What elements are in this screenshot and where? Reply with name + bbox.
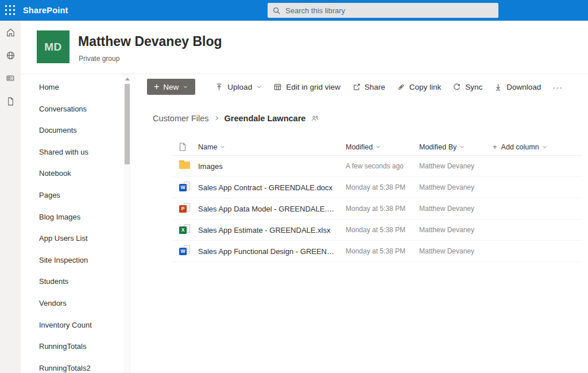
site-nav-sidebar: HomeConversationsDocumentsShared with us…	[21, 74, 132, 373]
modified-by-value: Matthew Devaney	[419, 247, 493, 255]
sync-button[interactable]: Sync	[447, 79, 488, 95]
globe-icon[interactable]	[0, 44, 21, 67]
site-logo[interactable]: MD	[37, 30, 69, 63]
modified-value: Monday at 5:38 PM	[346, 226, 419, 234]
new-button[interactable]: + New	[147, 79, 195, 95]
edit-grid-view-button[interactable]: Edit in grid view	[268, 79, 346, 95]
news-icon[interactable]	[0, 67, 21, 90]
modified-value: A few seconds ago	[346, 162, 419, 170]
site-privacy-label: Private group	[79, 55, 119, 63]
sidebar-item-notebook[interactable]: Notebook	[21, 163, 132, 184]
link-icon	[397, 83, 405, 91]
sidebar-item-vendors[interactable]: Vendors	[21, 293, 132, 314]
search-input[interactable]	[285, 6, 494, 15]
share-button[interactable]: Share	[346, 79, 391, 95]
modified-value: Monday at 5:38 PM	[346, 205, 419, 213]
sidebar-item-inventory-count[interactable]: Inventory Count	[21, 314, 132, 336]
sidebar-item-site-inspection[interactable]: Site Inspection	[21, 249, 132, 271]
site-header: MD Matthew Devaney Blog Private group	[21, 21, 588, 74]
file-name[interactable]: Images	[198, 162, 346, 171]
table-row[interactable]: WSales App Contract - GREENDALE.docxMond…	[172, 177, 582, 198]
app-title[interactable]: SharePoint	[23, 0, 68, 21]
chevron-down-icon	[256, 83, 262, 91]
scroll-up-arrow-icon[interactable]	[123, 75, 131, 82]
scrollbar-thumb[interactable]	[125, 84, 130, 164]
modified-by-value: Matthew Devaney	[419, 162, 493, 170]
document-icon[interactable]	[0, 90, 21, 113]
chevron-down-icon	[376, 143, 381, 151]
site-title[interactable]: Matthew Devaney Blog	[78, 34, 222, 49]
table-row[interactable]: XSales App Estimate - GREENDALE.xlsxMond…	[172, 220, 582, 241]
table-row[interactable]: WSales App Functional Design - GREENDALE…	[172, 241, 582, 262]
table-body: ImagesA few seconds agoMatthew DevaneyWS…	[172, 156, 582, 262]
sidebar-item-runningtotals2[interactable]: RunningTotals2	[21, 357, 132, 373]
search-icon	[272, 6, 281, 15]
table-row[interactable]: ImagesA few seconds agoMatthew Devaney	[172, 156, 582, 177]
file-name[interactable]: Sales App Estimate - GREENDALE.xlsx	[198, 226, 346, 234]
shared-people-icon[interactable]	[311, 115, 319, 122]
sidebar-item-runningtotals[interactable]: RunningTotals	[21, 336, 132, 357]
plus-icon: +	[493, 143, 497, 151]
table-row[interactable]: PSales App Data Model - GREENDALE.pptxMo…	[172, 198, 582, 220]
sidebar-item-app-users-list[interactable]: App Users List	[21, 228, 132, 249]
chevron-down-icon	[183, 83, 188, 91]
page-icon	[179, 143, 186, 151]
modified-by-value: Matthew Devaney	[419, 205, 493, 213]
overflow-menu-button[interactable]: ···	[547, 82, 568, 92]
app-launcher-icon[interactable]	[5, 5, 16, 16]
sync-icon	[452, 83, 461, 91]
breadcrumb: Customer Files Greendale Lawncare	[153, 114, 319, 123]
sidebar-nav: HomeConversationsDocumentsShared with us…	[21, 74, 132, 373]
chevron-down-icon	[542, 143, 547, 151]
add-column-header[interactable]: + Add column	[493, 143, 582, 151]
word-file-icon: W	[179, 182, 198, 194]
left-icon-rail	[0, 21, 21, 373]
grid-icon	[273, 83, 282, 91]
file-name[interactable]: Sales App Data Model - GREENDALE.pptx	[198, 205, 346, 213]
name-column-header[interactable]: Name	[198, 143, 346, 151]
powerpoint-file-icon: P	[179, 203, 198, 215]
copy-link-button[interactable]: Copy link	[391, 79, 447, 95]
sidebar-item-shared-with-us[interactable]: Shared with us	[21, 141, 132, 163]
chevron-down-icon	[220, 143, 225, 151]
command-bar: + New Upload Edit in grid view Share	[147, 78, 568, 95]
excel-file-icon: X	[179, 224, 198, 236]
modified-value: Monday at 5:38 PM	[346, 247, 419, 255]
sidebar-item-pages[interactable]: Pages	[21, 184, 132, 206]
sidebar-item-blog-images[interactable]: Blog Images	[21, 206, 132, 228]
sidebar-scrollbar[interactable]	[123, 74, 131, 373]
modified-value: Monday at 5:38 PM	[346, 183, 419, 191]
document-library-main: + New Upload Edit in grid view Share	[136, 74, 588, 373]
folder-icon	[179, 160, 198, 172]
word-file-icon: W	[179, 245, 198, 257]
modified-column-header[interactable]: Modified	[346, 143, 419, 151]
download-icon	[494, 83, 502, 91]
file-list: Name Modified Modified By + Add column	[172, 139, 582, 262]
modified-by-value: Matthew Devaney	[419, 183, 493, 191]
share-icon	[352, 83, 361, 91]
file-name[interactable]: Sales App Functional Design - GREENDALE.…	[198, 247, 346, 256]
sidebar-item-students[interactable]: Students	[21, 271, 132, 293]
table-header-row: Name Modified Modified By + Add column	[172, 139, 582, 156]
modified-by-value: Matthew Devaney	[419, 226, 493, 234]
breadcrumb-parent-link[interactable]: Customer Files	[153, 114, 209, 123]
download-button[interactable]: Download	[488, 79, 547, 95]
sidebar-item-conversations[interactable]: Conversations	[21, 98, 132, 120]
file-type-column-header[interactable]	[179, 143, 198, 151]
top-suite-bar: SharePoint	[0, 0, 588, 21]
upload-button[interactable]: Upload	[209, 79, 268, 95]
sidebar-item-documents[interactable]: Documents	[21, 120, 132, 141]
breadcrumb-current-folder[interactable]: Greendale Lawncare	[225, 114, 306, 123]
search-box[interactable]	[268, 3, 498, 18]
chevron-down-icon	[459, 143, 465, 151]
modified-by-column-header[interactable]: Modified By	[419, 143, 493, 151]
home-nav-icon[interactable]	[0, 21, 21, 44]
sidebar-item-home[interactable]: Home	[21, 76, 132, 98]
file-name[interactable]: Sales App Contract - GREENDALE.docx	[198, 183, 346, 192]
plus-icon: +	[154, 82, 159, 91]
upload-icon	[215, 83, 223, 91]
chevron-right-icon	[214, 114, 220, 123]
